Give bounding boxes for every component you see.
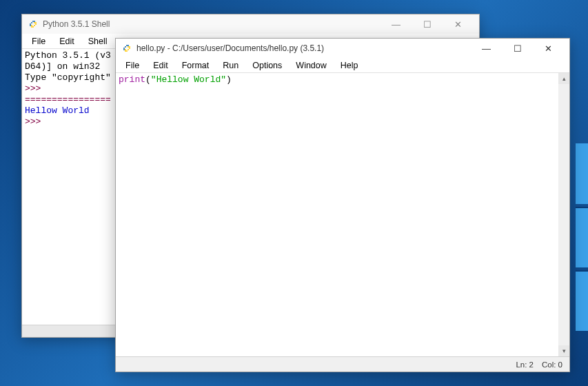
editor-menu-format[interactable]: Format <box>175 59 216 72</box>
shell-menu-edit[interactable]: Edit <box>52 35 81 48</box>
shell-text-line: Type "copyright" <box>25 72 111 83</box>
status-col-number: Col: 0 <box>542 360 562 369</box>
code-paren: ( <box>145 74 151 85</box>
python-idle-icon <box>28 19 39 30</box>
shell-output: Hellow World <box>25 105 90 116</box>
shell-text-line: Python 3.5.1 (v3 <box>25 50 111 61</box>
shell-menu-shell[interactable]: Shell <box>81 35 114 48</box>
scrollbar-down-icon[interactable]: ▾ <box>558 345 569 356</box>
status-line-number: Ln: 2 <box>516 360 534 369</box>
shell-prompt: >>> <box>25 116 46 127</box>
editor-menu-options[interactable]: Options <box>245 59 289 72</box>
shell-titlebar[interactable]: Python 3.5.1 Shell — ☐ ✕ <box>22 14 479 34</box>
shell-minimize-button[interactable]: — <box>381 14 412 34</box>
editor-statusbar: Ln: 2 Col: 0 <box>116 356 569 372</box>
code-string: "Hellow World" <box>151 74 226 85</box>
editor-text-area[interactable]: print("Hellow World") <box>116 73 558 356</box>
shell-maximize-button[interactable]: ☐ <box>412 14 443 34</box>
editor-minimize-button[interactable]: — <box>471 39 502 58</box>
shell-prompt: >>> <box>25 83 46 94</box>
editor-titlebar[interactable]: hello.py - C:/Users/user/Documents/hello… <box>116 39 569 58</box>
shell-text-line: D64)] on win32 <box>25 61 100 72</box>
shell-title: Python 3.5.1 Shell <box>43 19 381 29</box>
editor-close-button[interactable]: ✕ <box>533 39 564 58</box>
desktop-tile <box>576 143 588 204</box>
editor-menu-run[interactable]: Run <box>216 59 245 72</box>
code-paren: ) <box>226 74 232 85</box>
editor-menu-window[interactable]: Window <box>289 59 333 72</box>
editor-menubar: File Edit Format Run Options Window Help <box>116 58 569 73</box>
scrollbar-up-icon[interactable]: ▴ <box>558 73 569 84</box>
code-keyword: print <box>119 74 145 85</box>
python-editor-window[interactable]: hello.py - C:/Users/user/Documents/hello… <box>115 38 570 372</box>
editor-menu-help[interactable]: Help <box>334 59 365 72</box>
shell-divider: ================ <box>25 94 111 105</box>
editor-menu-edit[interactable]: Edit <box>146 59 175 72</box>
shell-menu-file[interactable]: File <box>25 35 52 48</box>
editor-menu-file[interactable]: File <box>119 59 146 72</box>
desktop-tile <box>576 270 588 331</box>
desktop-tile <box>576 207 588 267</box>
python-idle-icon <box>121 43 132 54</box>
shell-close-button[interactable]: ✕ <box>443 14 474 34</box>
editor-maximize-button[interactable]: ☐ <box>502 39 533 58</box>
editor-scrollbar[interactable]: ▴ ▾ <box>558 73 569 356</box>
editor-title: hello.py - C:/Users/user/Documents/hello… <box>136 43 471 53</box>
